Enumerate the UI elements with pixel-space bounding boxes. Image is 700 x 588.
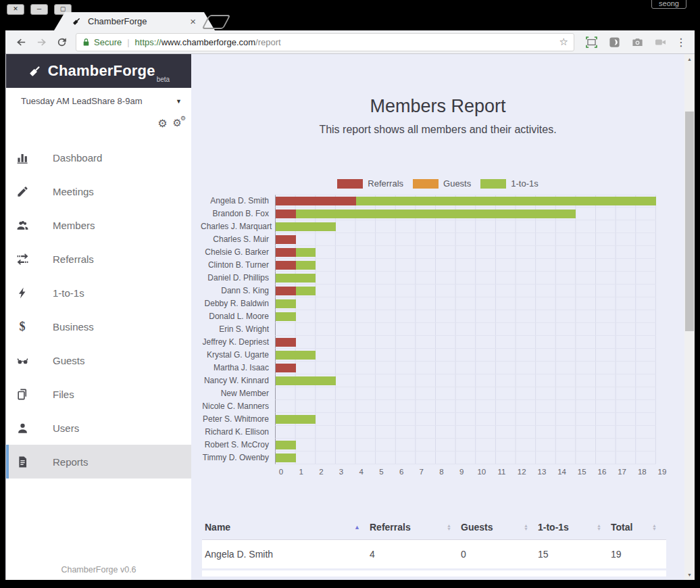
bar-segment-referrals[interactable]	[276, 235, 296, 244]
tab-chamberforge[interactable]: ChamberForge ×	[54, 12, 215, 30]
column-header-guests[interactable]: Guests	[461, 516, 538, 539]
chart-row-bars	[275, 285, 656, 297]
bar-segment-referrals[interactable]	[276, 261, 296, 270]
chart-category-label: Charles S. Muir	[201, 233, 275, 246]
back-icon[interactable]	[14, 34, 28, 49]
bar-segment-1-to-1s[interactable]	[296, 210, 576, 218]
column-header-total[interactable]: Total	[611, 516, 666, 539]
sort-icon[interactable]	[447, 524, 451, 531]
sidebar-item-members[interactable]: Members	[6, 208, 191, 242]
bar-segment-1-to-1s[interactable]	[296, 287, 316, 295]
browser-window: ChamberForge × Secure | https://www.cham…	[5, 12, 695, 580]
sidebar-item-label: Dashboard	[53, 152, 102, 164]
column-header-referrals[interactable]: Referrals	[370, 516, 461, 539]
scrollbar-thumb[interactable]	[685, 112, 694, 331]
bookmark-star-icon[interactable]: ☆	[559, 36, 568, 48]
chart-row: Jeffrey K. Depriest	[201, 336, 662, 349]
bar-segment-1-to-1s[interactable]	[356, 197, 656, 205]
sidebar-item-label: Meetings	[53, 186, 94, 197]
chart-row: Krystal G. Ugarte	[201, 349, 662, 362]
sidebar-item-business[interactable]: $Business	[6, 310, 191, 343]
sort-ascending-icon[interactable]: ▲	[354, 524, 360, 531]
chart-row: Martha J. Isaac	[201, 362, 662, 374]
brand-beta-badge: beta	[157, 76, 170, 83]
extension-icon[interactable]	[606, 34, 622, 50]
bar-segment-referrals[interactable]	[276, 248, 296, 257]
gear-icon[interactable]: ⚙	[157, 117, 167, 130]
chart-row: Debby R. Baldwin	[201, 297, 662, 310]
refresh-icon[interactable]	[54, 34, 69, 49]
bar-segment-referrals[interactable]	[276, 338, 296, 347]
x-axis-tick-label: 18	[638, 468, 647, 476]
bar-segment-referrals[interactable]	[276, 287, 296, 295]
meeting-selector-value: Tuesday AM LeadShare 8-9am	[21, 96, 142, 106]
sidebar-item-reports[interactable]: Reports	[6, 445, 191, 479]
bar-segment-1-to-1s[interactable]	[296, 248, 316, 257]
bar-segment-1-to-1s[interactable]	[296, 261, 316, 270]
address-bar[interactable]: Secure | https://www.chamberforge.com/re…	[76, 33, 574, 51]
bar-segment-1-to-1s[interactable]	[276, 454, 296, 462]
sidebar-item-guests[interactable]: Guests	[6, 343, 191, 377]
column-header-1-to-1s[interactable]: 1-to-1s	[538, 516, 611, 539]
x-axis-tick-label: 17	[618, 468, 626, 476]
scroll-down-icon[interactable]: ▼	[684, 572, 695, 577]
session-label[interactable]: seong	[651, 0, 686, 9]
sort-icon[interactable]	[524, 524, 528, 531]
url-host: www.chamberforge.com	[161, 37, 255, 47]
sidebar-item-meetings[interactable]: Meetings	[6, 174, 191, 208]
doc-icon	[16, 456, 29, 468]
chart-row: Nancy W. Kinnard	[201, 374, 662, 387]
bar-segment-1-to-1s[interactable]	[276, 222, 336, 231]
gears-icon[interactable]: ⚙⚙	[173, 117, 182, 129]
sidebar-menu: DashboardMeetingsMembersReferrals1-to-1s…	[6, 141, 191, 479]
chart-row-bars	[275, 451, 656, 464]
chart-row: Dann S. King	[201, 285, 662, 297]
bar-segment-referrals[interactable]	[276, 210, 296, 218]
sidebar-item-dashboard[interactable]: Dashboard	[6, 141, 191, 174]
x-axis-tick-label: 3	[339, 468, 343, 476]
bar-segment-referrals[interactable]	[276, 197, 356, 205]
tab-close-icon[interactable]: ×	[189, 16, 197, 26]
bar-segment-1-to-1s[interactable]	[276, 351, 316, 360]
screen-capture-icon[interactable]	[583, 34, 599, 50]
sidebar-settings-row: ⚙ ⚙⚙	[6, 108, 191, 131]
bar-segment-1-to-1s[interactable]	[276, 299, 296, 308]
sidebar-item-one-to-ones[interactable]: 1-to-1s	[6, 276, 191, 310]
x-axis-tick-label: 16	[598, 468, 607, 476]
sidebar-item-referrals[interactable]: Referrals	[6, 242, 191, 276]
column-header-name[interactable]: Name▲	[202, 516, 370, 539]
bar-segment-1-to-1s[interactable]	[276, 312, 296, 321]
bar-segment-1-to-1s[interactable]	[276, 376, 336, 385]
chart-category-label: Nancy W. Kinnard	[201, 374, 275, 387]
sidebar-item-users[interactable]: Users	[6, 411, 191, 445]
chart-category-label: New Member	[201, 387, 275, 400]
sidebar-item-files[interactable]: Files	[6, 377, 191, 411]
legend-item-guests: Guests	[413, 178, 471, 189]
sidebar-item-label: Guests	[53, 355, 85, 366]
bar-segment-1-to-1s[interactable]	[276, 441, 296, 449]
scroll-up-icon[interactable]: ▲	[684, 57, 695, 62]
chart-row-bars	[275, 439, 656, 451]
video-camera-icon[interactable]	[652, 34, 668, 50]
bar-segment-1-to-1s[interactable]	[276, 415, 316, 424]
chart-row-bars	[275, 259, 656, 272]
bar-segment-referrals[interactable]	[276, 364, 296, 372]
browser-toolbar: Secure | https://www.chamberforge.com/re…	[5, 30, 695, 54]
chart-category-label: Timmy D. Owenby	[201, 451, 275, 464]
sort-icon[interactable]	[652, 524, 657, 531]
camera-icon[interactable]	[629, 34, 645, 50]
sort-icon[interactable]	[597, 524, 601, 531]
legend-label: 1-to-1s	[511, 178, 538, 189]
chart-row: New Member	[201, 387, 662, 400]
bar-segment-1-to-1s[interactable]	[276, 274, 316, 283]
chart-category-label: Debby R. Baldwin	[201, 297, 275, 310]
legend-swatch-guests	[413, 179, 439, 189]
meeting-selector[interactable]: Tuesday AM LeadShare 8-9am ▼	[21, 96, 182, 108]
chart-row-bars	[275, 413, 656, 426]
chart-category-label: Dann S. King	[201, 285, 275, 297]
scrollbar[interactable]: ▲ ▼	[684, 54, 695, 580]
legend-item-referrals: Referrals	[337, 178, 403, 189]
forward-icon[interactable]	[34, 34, 49, 49]
browser-menu-icon[interactable]: ⋮	[676, 36, 686, 49]
table-row-partial	[202, 570, 666, 577]
